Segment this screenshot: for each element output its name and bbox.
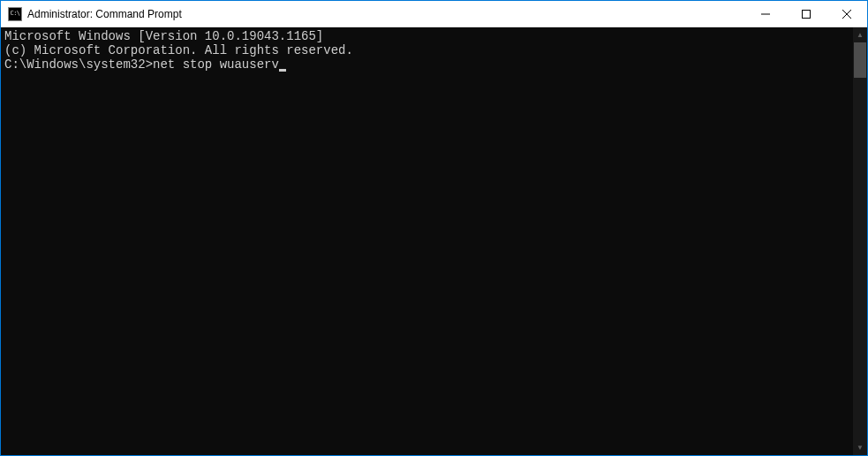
window-title: Administrator: Command Prompt [27,8,745,20]
window-controls [745,1,867,27]
copyright-line: (c) Microsoft Corporation. All rights re… [4,43,849,57]
svg-rect-1 [803,10,811,18]
command-prompt-window: C:\ Administrator: Command Prompt [1,1,867,455]
vertical-scrollbar[interactable]: ▲ ▼ [853,27,867,455]
cursor [279,69,286,72]
version-line: Microsoft Windows [Version 10.0.19043.11… [4,29,849,43]
app-icon: C:\ [8,7,22,21]
terminal-area: Microsoft Windows [Version 10.0.19043.11… [1,27,867,455]
scrollbar-thumb[interactable] [854,42,866,78]
maximize-button[interactable] [786,1,826,27]
prompt-line: C:\Windows\system32>net stop wuauserv [4,57,849,72]
titlebar[interactable]: C:\ Administrator: Command Prompt [1,1,867,27]
close-button[interactable] [826,1,867,27]
maximize-icon [802,10,811,19]
prompt-text: C:\Windows\system32> [4,57,153,72]
command-text: net stop wuauserv [153,57,279,72]
scrollbar-up-arrow-icon[interactable]: ▲ [853,27,867,42]
minimize-icon [761,10,770,19]
scrollbar-down-arrow-icon[interactable]: ▼ [853,440,867,455]
minimize-button[interactable] [745,1,786,27]
app-icon-label: C:\ [10,11,19,17]
close-icon [842,10,851,19]
terminal-content[interactable]: Microsoft Windows [Version 10.0.19043.11… [1,27,853,455]
